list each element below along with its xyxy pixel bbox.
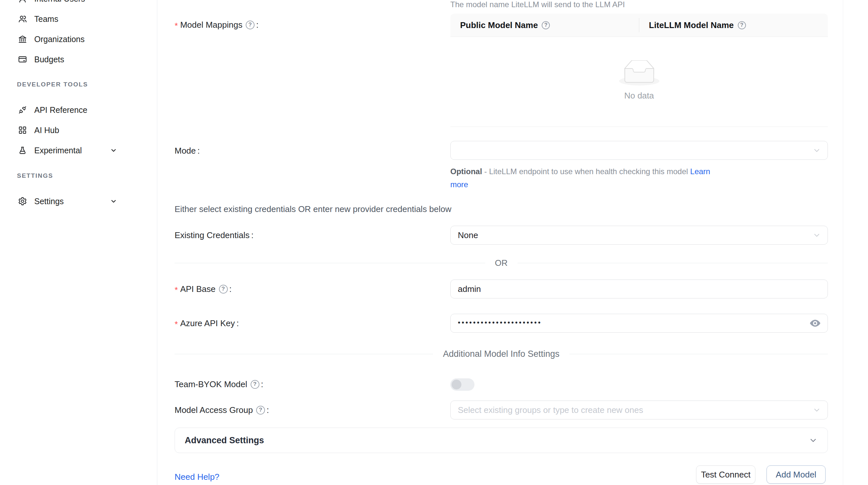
add-model-button[interactable]: Add Model bbox=[767, 465, 826, 484]
gear-icon bbox=[18, 197, 27, 206]
model-access-group-placeholder: Select existing groups or type to create… bbox=[458, 405, 643, 415]
sidebar-item-ai-hub[interactable]: AI Hub bbox=[18, 120, 142, 140]
help-icon[interactable] bbox=[246, 21, 254, 29]
chevron-down-icon bbox=[110, 147, 118, 154]
existing-credentials-value: None bbox=[458, 230, 478, 240]
mode-help-text: Optional - LiteLLM endpoint to use when … bbox=[450, 165, 724, 191]
model-mappings-table: Public Model Name LiteLLM Model Name No … bbox=[450, 14, 828, 127]
sidebar-item-label: Organizations bbox=[34, 35, 85, 44]
existing-credentials-label: Existing Credentials : bbox=[175, 229, 253, 242]
need-help-link[interactable]: Need Help? bbox=[175, 472, 219, 482]
table-header-row: Public Model Name LiteLLM Model Name bbox=[450, 14, 828, 37]
chevron-down-icon bbox=[809, 436, 818, 445]
toggle-knob bbox=[452, 380, 461, 389]
api-base-label: * API Base : bbox=[175, 283, 232, 295]
teams-icon bbox=[18, 14, 27, 24]
sidebar-item-label: Settings bbox=[34, 197, 64, 206]
help-icon[interactable] bbox=[256, 406, 265, 415]
table-empty-state: No data bbox=[450, 37, 828, 127]
sidebar-item-api-reference[interactable]: API Reference bbox=[18, 100, 142, 120]
credentials-note: Either select existing credentials OR en… bbox=[175, 204, 451, 214]
add-model-page: Internal Users Teams Organizations Budge… bbox=[0, 0, 868, 485]
test-connect-button[interactable]: Test Connect bbox=[696, 465, 755, 484]
sidebar-item-experimental[interactable]: Experimental bbox=[18, 140, 142, 160]
team-byok-toggle[interactable] bbox=[450, 378, 474, 391]
api-base-value: admin bbox=[458, 284, 481, 294]
content-right-edge bbox=[843, 0, 843, 485]
sidebar-item-label: Budgets bbox=[34, 55, 64, 64]
masked-api-key: •••••••••••••••••••••• bbox=[458, 318, 542, 327]
model-mappings-label: * Model Mappings : bbox=[175, 18, 258, 31]
sidebar-item-budgets[interactable]: Budgets bbox=[18, 49, 142, 69]
empty-inbox-icon bbox=[619, 60, 659, 86]
chevron-down-icon bbox=[812, 406, 821, 414]
help-icon[interactable] bbox=[738, 21, 746, 29]
required-asterisk: * bbox=[175, 286, 178, 294]
bank-icon bbox=[18, 35, 27, 44]
sidebar-item-label: Teams bbox=[34, 14, 58, 24]
required-asterisk: * bbox=[175, 320, 178, 328]
eye-icon[interactable] bbox=[809, 317, 821, 329]
team-byok-label: Team-BYOK Model : bbox=[175, 378, 264, 391]
advanced-settings-panel[interactable]: Advanced Settings bbox=[175, 428, 828, 453]
existing-credentials-select[interactable]: None bbox=[450, 226, 828, 245]
chevron-down-icon bbox=[812, 231, 821, 239]
sidebar-item-internal-users[interactable]: Internal Users bbox=[18, 0, 142, 9]
column-litellm-model-name: LiteLLM Model Name bbox=[639, 14, 828, 36]
sidebar-section-developer-tools: DEVELOPER TOOLS bbox=[17, 81, 88, 88]
chevron-down-icon bbox=[110, 197, 118, 205]
required-asterisk: * bbox=[175, 22, 178, 30]
sidebar: Internal Users Teams Organizations Budge… bbox=[0, 0, 157, 485]
sidebar-item-settings[interactable]: Settings bbox=[18, 191, 142, 212]
sidebar-section-settings: SETTINGS bbox=[17, 172, 53, 180]
additional-info-divider: Additional Model Info Settings bbox=[175, 349, 828, 358]
model-access-group-label: Model Access Group : bbox=[175, 403, 269, 417]
sidebar-item-organizations[interactable]: Organizations bbox=[18, 29, 142, 49]
no-data-text: No data bbox=[624, 91, 654, 101]
api-base-input[interactable]: admin bbox=[450, 280, 828, 298]
sidebar-item-teams[interactable]: Teams bbox=[18, 9, 142, 29]
azure-api-key-label: * Azure API Key : bbox=[175, 317, 239, 330]
mode-label: Mode : bbox=[175, 144, 200, 157]
column-public-model-name: Public Model Name bbox=[450, 14, 639, 36]
sidebar-item-label: Experimental bbox=[34, 146, 82, 155]
grid-icon bbox=[18, 126, 27, 135]
sidebar-item-label: API Reference bbox=[34, 105, 88, 115]
or-divider: OR bbox=[175, 258, 828, 267]
flask-icon bbox=[18, 146, 27, 155]
advanced-settings-label: Advanced Settings bbox=[185, 435, 264, 446]
mode-select[interactable] bbox=[450, 141, 828, 160]
model-access-group-select[interactable]: Select existing groups or type to create… bbox=[450, 400, 828, 419]
sidebar-item-label: AI Hub bbox=[34, 126, 59, 135]
sidebar-item-label: Internal Users bbox=[34, 0, 85, 4]
help-icon[interactable] bbox=[251, 380, 259, 389]
user-icon bbox=[18, 0, 27, 3]
chevron-down-icon bbox=[812, 146, 821, 155]
help-icon[interactable] bbox=[542, 21, 550, 29]
help-icon[interactable] bbox=[219, 285, 228, 294]
credit-card-icon bbox=[18, 55, 27, 64]
model-name-helper-text: The model name LiteLLM will send to the … bbox=[450, 0, 625, 9]
plug-icon bbox=[18, 105, 27, 115]
azure-api-key-input[interactable]: •••••••••••••••••••••• bbox=[450, 314, 828, 333]
